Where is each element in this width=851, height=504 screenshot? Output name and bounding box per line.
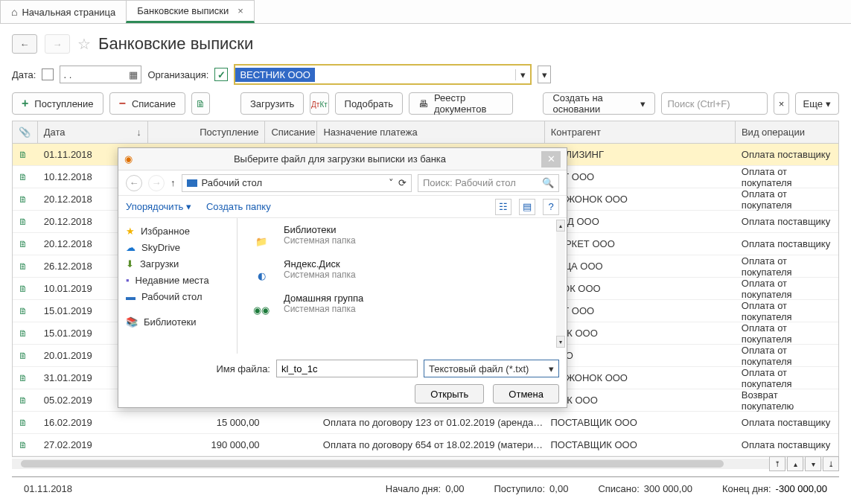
org-dropdown-icon[interactable]: ▾	[515, 69, 530, 80]
row-in: 15 000,00	[217, 417, 260, 428]
col-in[interactable]: Поступление	[148, 121, 266, 143]
search-clear-button[interactable]: ×	[774, 92, 788, 115]
status-date: 01.11.2018	[24, 483, 72, 494]
item-sub: Системная папка	[284, 304, 363, 314]
desktop-icon	[187, 179, 197, 187]
status-out-l: Списано:	[598, 483, 639, 494]
scroll-top-button[interactable]: ⤒	[769, 456, 785, 471]
scroll-thumb[interactable]	[21, 460, 724, 468]
row-date: 05.02.2019	[44, 395, 92, 406]
document-icon: 🗎	[19, 351, 28, 361]
nav-back-button[interactable]: ←	[12, 34, 37, 54]
dtkt-button[interactable]: ДтКт	[310, 92, 328, 115]
view-preview-icon[interactable]: ▤	[519, 199, 535, 215]
scroll-down-button[interactable]: ▾	[805, 456, 821, 471]
scroll-up-button[interactable]: ▴	[787, 456, 803, 471]
side-fav[interactable]: ★Избранное	[126, 223, 229, 239]
dlg-search-input[interactable]: Поиск: Рабочий стол 🔍	[418, 174, 559, 192]
dlg-scroll-track[interactable]	[556, 232, 565, 336]
filetype-select[interactable]: Текстовый файл (*.txt)▾	[424, 360, 559, 377]
newfolder-button[interactable]: Создать папку	[206, 201, 271, 212]
item-title: Домашняя группа	[284, 293, 363, 304]
sort-menu[interactable]: Упорядочить ▾	[126, 201, 191, 212]
favorite-star-icon[interactable]: ☆	[77, 35, 91, 53]
col-out[interactable]: Списание	[265, 121, 317, 143]
filename-input[interactable]	[276, 360, 418, 377]
date-checkbox[interactable]	[42, 68, 54, 80]
status-begin-v: 0,00	[445, 483, 464, 494]
add-receipt-button[interactable]: +Поступление	[12, 92, 103, 115]
side-dl[interactable]: ⬇Загрузки	[126, 255, 229, 272]
document-icon: 🗎	[19, 440, 28, 450]
side-desk[interactable]: ▬Рабочий стол	[126, 288, 229, 304]
reload-icon[interactable]: ⟳	[398, 177, 407, 188]
refresh-button[interactable]: 🗎	[191, 92, 210, 115]
row-op: Возврат покупателю	[742, 389, 832, 412]
row-op: Оплата от покупателя	[742, 166, 832, 188]
org-extra-button[interactable]: ▾	[538, 66, 551, 83]
nav-fwd-button[interactable]: →	[45, 34, 70, 54]
more-label: Еще	[803, 98, 823, 109]
pick-button[interactable]: Подобрать	[335, 92, 403, 115]
dialog-close-button[interactable]: ✕	[541, 151, 561, 168]
row-date: 26.12.2018	[44, 261, 92, 272]
add-label: Поступление	[34, 98, 93, 109]
dlg-up-button[interactable]: ↑	[170, 177, 176, 188]
tab-bank[interactable]: Банковские выписки×	[126, 0, 255, 23]
create-basis-button[interactable]: Создать на основании▾	[543, 92, 654, 115]
tab-close-icon[interactable]: ×	[238, 5, 243, 16]
search-input[interactable]: Поиск (Ctrl+F)	[661, 92, 768, 115]
dlg-scroll-down[interactable]: ▾	[556, 336, 565, 348]
date-label: Дата:	[12, 69, 36, 80]
row-date: 16.02.2019	[44, 417, 92, 428]
side-sky[interactable]: ☁SkyDrive	[126, 239, 229, 255]
path-field[interactable]: Рабочий стол ˅ ⟳	[182, 174, 412, 192]
list-item[interactable]: ◐Яндекс.ДискСистемная папка	[246, 258, 558, 293]
tab-bank-label: Банковские выписки	[137, 5, 229, 16]
dlg-fwd-button[interactable]: →	[148, 175, 165, 191]
scroll-bottom-button[interactable]: ⤓	[823, 456, 839, 471]
side-rec[interactable]: ▪Недавние места	[126, 272, 229, 288]
path-text: Рабочий стол	[202, 177, 263, 188]
calendar-icon[interactable]: ▦	[129, 69, 138, 80]
dlg-back-button[interactable]: ←	[126, 175, 142, 191]
chevron-down-icon[interactable]: ˅	[389, 177, 394, 188]
document-icon: 🗎	[19, 373, 28, 383]
table-row[interactable]: 🗎27.02.2019190 000,00Оплата по договору …	[13, 434, 838, 456]
cancel-button[interactable]: Отмена	[493, 384, 559, 403]
date-field[interactable]: . . ▦	[60, 66, 141, 83]
list-item[interactable]: 📁БиблиотекиСистемная папка	[246, 224, 558, 258]
search-icon: 🔍	[542, 177, 554, 188]
document-icon: 🗎	[19, 395, 28, 406]
row-date: 20.12.2018	[44, 216, 92, 227]
document-icon: 🗎	[19, 306, 28, 316]
col-op[interactable]: Вид операции	[736, 121, 838, 143]
h-scrollbar[interactable]: ⤒ ▴ ▾ ⤓	[12, 459, 839, 469]
row-date: 27.02.2019	[44, 439, 92, 450]
dlg-scroll-up[interactable]: ▴	[556, 220, 565, 232]
row-date: 20.01.2019	[44, 350, 92, 361]
help-icon[interactable]: ?	[543, 199, 559, 215]
row-op: Оплата поставщику	[742, 439, 830, 450]
org-checkbox[interactable]: ✓	[214, 68, 228, 81]
col-attach[interactable]: 📎	[13, 121, 38, 143]
list-item[interactable]: ◉◉Домашняя группаСистемная папка	[246, 293, 558, 327]
col-date[interactable]: Дата↓	[38, 121, 148, 143]
registry-button[interactable]: 🖶Реестр документов	[409, 92, 513, 115]
row-desc: Оплата по договору 654 от 18.02.2019 (ма…	[323, 439, 543, 450]
open-button[interactable]: Открыть	[415, 384, 484, 403]
document-icon: 🗎	[19, 172, 28, 182]
more-button[interactable]: Еще▾	[795, 92, 839, 115]
side-lib[interactable]: 📚Библиотеки	[126, 313, 229, 330]
col-desc-label: Назначение платежа	[323, 127, 417, 138]
row-date: 15.01.2019	[44, 305, 92, 316]
add-writeoff-button[interactable]: −Списание	[109, 92, 185, 115]
col-contr[interactable]: Контрагент	[545, 121, 736, 143]
org-field[interactable]: ВЕСТНИК ООО ▾	[234, 64, 532, 85]
view-list-icon[interactable]: ☷	[495, 199, 511, 215]
col-desc[interactable]: Назначение платежа	[317, 121, 544, 143]
tab-home[interactable]: ⌂Начальная страница	[0, 0, 127, 23]
load-button[interactable]: Загрузить	[240, 92, 304, 115]
table-row[interactable]: 🗎16.02.201915 000,00Оплата по договору 1…	[13, 412, 838, 434]
library-icon: 📚	[126, 316, 138, 328]
